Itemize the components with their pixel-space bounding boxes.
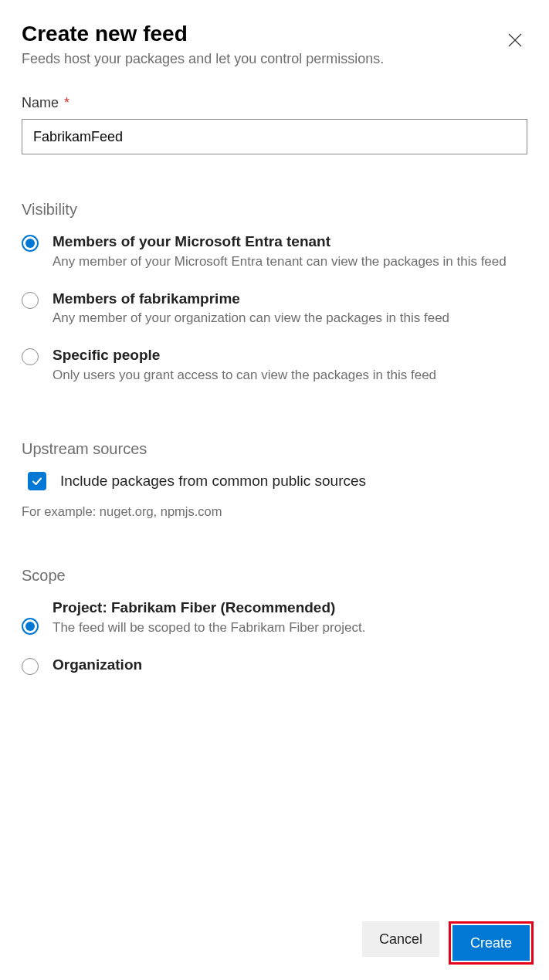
radio-body: Members of fabrikamprime Any member of y… [53, 290, 527, 328]
checkbox-icon [28, 472, 46, 490]
dialog-subtitle: Feeds host your packages and let you con… [22, 51, 384, 67]
close-icon [508, 33, 522, 47]
radio-sub: Only users you grant access to can view … [53, 367, 527, 385]
create-button[interactable]: Create [452, 925, 530, 961]
radio-title: Specific people [53, 346, 527, 365]
visibility-option-specific[interactable]: Specific people Only users you grant acc… [22, 346, 527, 385]
cancel-button[interactable]: Cancel [362, 921, 439, 957]
radio-icon [22, 658, 39, 675]
visibility-section: Visibility Members of your Microsoft Ent… [22, 201, 527, 385]
radio-icon [22, 292, 39, 309]
radio-title: Organization [53, 656, 527, 675]
radio-sub: The feed will be scoped to the Fabrikam … [53, 619, 527, 637]
radio-title: Project: Fabrikam Fiber (Recommended) [53, 599, 527, 618]
scope-section: Scope Project: Fabrikam Fiber (Recommend… [22, 567, 527, 675]
radio-icon [22, 235, 39, 252]
name-label-text: Name [22, 95, 59, 110]
radio-icon [22, 348, 39, 365]
radio-title: Members of your Microsoft Entra tenant [53, 232, 527, 252]
visibility-option-org[interactable]: Members of fabrikamprime Any member of y… [22, 290, 527, 328]
radio-body: Members of your Microsoft Entra tenant A… [53, 232, 527, 271]
include-public-sources-checkbox[interactable]: Include packages from common public sour… [22, 472, 527, 490]
create-button-highlight: Create [449, 921, 534, 965]
radio-body: Specific people Only users you grant acc… [53, 346, 527, 385]
upstream-section: Upstream sources Include packages from c… [22, 440, 527, 519]
radio-body: Organization [53, 656, 527, 675]
scope-option-organization[interactable]: Organization [22, 656, 527, 675]
dialog-title: Create new feed [22, 22, 384, 46]
required-indicator: * [64, 95, 69, 110]
radio-sub: Any member of your Microsoft Entra tenan… [53, 253, 527, 271]
scope-option-project[interactable]: Project: Fabrikam Fiber (Recommended) Th… [22, 599, 527, 637]
radio-title: Members of fabrikamprime [53, 290, 527, 309]
dialog-footer: Cancel Create [362, 921, 534, 965]
radio-sub: Any member of your organization can view… [53, 310, 527, 327]
check-icon [31, 475, 43, 487]
close-button[interactable] [503, 28, 527, 53]
upstream-hint: For example: nuget.org, npmjs.com [22, 504, 527, 519]
visibility-header: Visibility [22, 201, 527, 219]
upstream-header: Upstream sources [22, 440, 527, 458]
name-label: Name * [22, 95, 69, 111]
name-field-group: Name * [22, 95, 527, 154]
radio-body: Project: Fabrikam Fiber (Recommended) Th… [53, 599, 527, 637]
radio-icon [22, 618, 39, 635]
visibility-option-tenant[interactable]: Members of your Microsoft Entra tenant A… [22, 232, 527, 271]
name-input[interactable] [22, 119, 527, 154]
scope-header: Scope [22, 567, 527, 585]
checkbox-label: Include packages from common public sour… [60, 473, 366, 490]
